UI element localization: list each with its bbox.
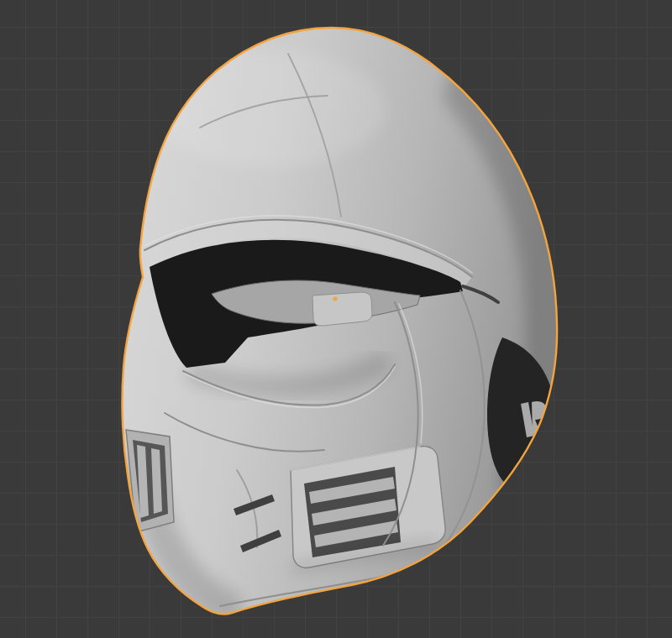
dome-highlight bbox=[151, 50, 386, 168]
object-origin-dot bbox=[333, 296, 337, 301]
3d-viewport[interactable] bbox=[0, 0, 672, 638]
application-window bbox=[0, 0, 672, 638]
visor-interior-box bbox=[312, 292, 372, 326]
viewport-canvas[interactable] bbox=[0, 0, 672, 638]
helmet-model[interactable] bbox=[122, 28, 557, 614]
